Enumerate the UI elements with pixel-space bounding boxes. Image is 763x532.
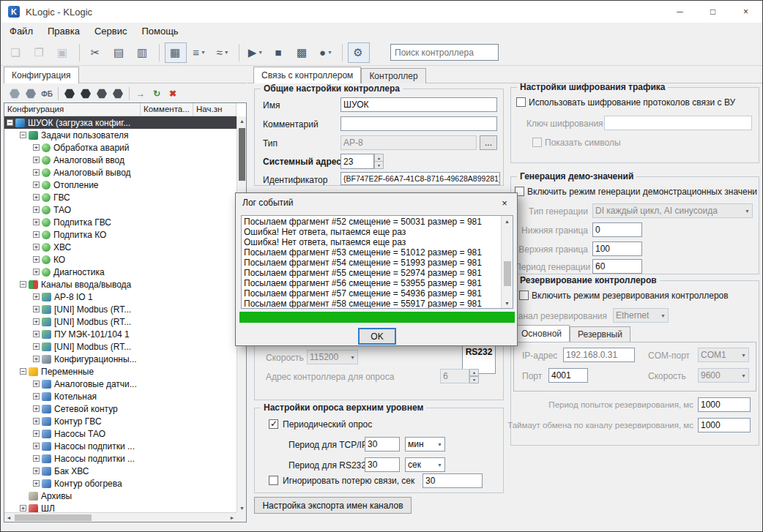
tree-expander[interactable]: − — [20, 281, 26, 288]
tree-expander[interactable]: + — [33, 219, 40, 225]
tree-expander[interactable]: − — [7, 119, 13, 126]
close-button[interactable]: × — [729, 1, 762, 23]
tree-expander[interactable]: + — [33, 306, 40, 312]
tree-column-header[interactable]: Коммента... — [141, 103, 193, 116]
tree-expander[interactable]: + — [33, 157, 40, 163]
tree-expander[interactable]: + — [33, 194, 40, 201]
retry-period-input[interactable]: 1000 — [698, 397, 751, 412]
settings-gear-button[interactable]: ⚙ — [348, 42, 370, 63]
tree-expander[interactable]: + — [33, 169, 40, 176]
run-button[interactable]: ▶ ▼ — [245, 42, 267, 63]
toolbar-separator[interactable] — [58, 87, 59, 100]
tree-item[interactable]: + Контур ГВС — [4, 415, 237, 427]
toolbar-separator[interactable] — [129, 87, 130, 100]
tree-expander[interactable]: + — [33, 144, 40, 151]
tree-column-header[interactable]: Конфигурация — [4, 103, 141, 116]
function-blocks-icon[interactable]: ФБ — [42, 89, 52, 99]
menu-item[interactable]: Правка — [40, 23, 87, 40]
tree-expander[interactable]: − — [20, 132, 26, 138]
ignore-loss-input[interactable]: 30 — [423, 473, 483, 488]
paste-button[interactable]: ▥ — [132, 42, 154, 63]
tree-item[interactable]: + [UNI] Modbus (RT... — [4, 303, 237, 315]
spin-up-button[interactable]: ▲ — [469, 369, 479, 376]
scroll-down-icon[interactable]: ▼ — [237, 503, 247, 512]
tree-item[interactable]: + ГВС — [4, 191, 237, 203]
hexagon-icon[interactable] — [10, 89, 20, 99]
refresh-icon[interactable]: ↻ — [152, 89, 162, 99]
tree-item[interactable]: + [UNI] Modbus (RT... — [4, 315, 237, 328]
stop-button[interactable]: ■ — [268, 42, 290, 63]
delete-icon[interactable]: ✖ — [168, 89, 178, 99]
use-encryption-checkbox[interactable] — [516, 97, 526, 107]
tree-item[interactable]: + Насосы ТАО — [4, 427, 237, 440]
tree-item[interactable]: + Аналоговый ввод — [4, 154, 237, 166]
tree-column-header[interactable]: Нач.зн — [193, 103, 237, 116]
tree-item[interactable]: − Каналы ввода/вывода — [4, 278, 237, 291]
periodic-poll-checkbox[interactable] — [269, 419, 278, 429]
tree-expander[interactable]: + — [33, 256, 40, 263]
tree-expander[interactable]: + — [33, 244, 40, 250]
rs232-period-unit-combo[interactable]: сек▼ — [405, 457, 445, 472]
comment-input[interactable] — [340, 116, 497, 131]
tree-item[interactable]: + Котельная — [4, 390, 237, 402]
tree-item[interactable]: + Конфигурационны... — [4, 353, 237, 365]
toolbar-separator[interactable] — [159, 44, 160, 61]
shield-icon[interactable] — [97, 89, 107, 99]
ip-address-input[interactable]: 192.168.0.31 — [563, 348, 635, 362]
save-button[interactable]: ▣ — [52, 42, 74, 63]
configuration-tree[interactable]: − ШУОК (загрузка конфиг... − Задачи поль… — [4, 116, 237, 512]
tab-configuration[interactable]: Конфигурация — [4, 67, 79, 83]
tree-item[interactable]: + Отопление — [4, 179, 237, 191]
tree-item[interactable]: + Насосы подпитки ... — [4, 452, 237, 465]
list-button[interactable]: ≡ ▼ — [188, 42, 210, 63]
rs232-period-input[interactable]: 30 — [365, 457, 400, 472]
tree-expander[interactable]: + — [33, 231, 40, 238]
tree-expander[interactable]: + — [33, 418, 40, 424]
tree-expander[interactable]: + — [33, 455, 40, 462]
toolbar-separator[interactable] — [342, 44, 343, 61]
hexagon-dark2-icon[interactable] — [81, 89, 91, 99]
tree-item[interactable]: + ХВС — [4, 241, 237, 253]
hexagons-icon[interactable] — [26, 89, 36, 99]
tree-item[interactable]: + Аналоговый вывод — [4, 166, 237, 179]
minimize-button[interactable]: ─ — [663, 1, 696, 23]
tree-expander[interactable]: + — [33, 206, 40, 213]
tree-expander[interactable]: + — [33, 269, 40, 275]
new-button[interactable]: ❏ — [5, 42, 27, 63]
tree-item[interactable]: + Аналоговые датчи... — [4, 378, 237, 390]
tree-item[interactable]: + Подпитка КО — [4, 228, 237, 241]
hexagon-dark-icon[interactable] — [64, 89, 75, 99]
menu-item[interactable]: Сервис — [87, 23, 135, 40]
controller-button[interactable]: ▦ — [165, 42, 187, 63]
module-icon[interactable] — [113, 89, 123, 99]
signals-button[interactable]: ≈ ▼ — [212, 42, 234, 63]
cut-button[interactable]: ✂ — [85, 42, 107, 63]
scroll-up-icon[interactable]: ▲ — [237, 116, 247, 125]
tree-item[interactable]: − Задачи пользователя — [4, 129, 237, 141]
tree-item[interactable]: + [UNI] Modbus (RT... — [4, 340, 237, 353]
tree-item[interactable]: + Бак ХВС — [4, 465, 237, 477]
scrollbar-thumb[interactable] — [239, 128, 245, 181]
maximize-button[interactable]: □ — [696, 1, 729, 23]
spin-down-button[interactable]: ▼ — [469, 376, 479, 383]
tree-item[interactable]: + КО — [4, 253, 237, 266]
tree-item[interactable]: + ТАО — [4, 203, 237, 216]
tree-expander[interactable]: + — [33, 356, 40, 362]
type-browse-button[interactable]: ... — [480, 135, 497, 150]
tree-item[interactable]: + ПУ МЭК-101/104 1 — [4, 328, 237, 340]
tree-item[interactable]: + Контур обогрева — [4, 477, 237, 490]
high-bound-input[interactable]: 100 — [592, 241, 642, 256]
tree-item[interactable]: + Сетевой контур — [4, 402, 237, 415]
tree-expander[interactable]: + — [33, 480, 40, 487]
event-log-list[interactable]: Посылаем фрагмент #52 смещение = 50031 р… — [241, 215, 513, 309]
scrollbar-thumb[interactable] — [15, 514, 92, 521]
log-scrollbar[interactable]: ▲ ▼ — [501, 216, 513, 308]
timeout-input[interactable]: 1000 — [698, 418, 751, 432]
tree-expander[interactable]: + — [33, 381, 40, 387]
main-tab[interactable]: Связь с контроллером — [253, 67, 361, 83]
tree-expander[interactable]: + — [33, 393, 40, 400]
scrollbar-thumb[interactable] — [504, 261, 511, 286]
menu-item[interactable]: Файл — [2, 23, 40, 40]
name-input[interactable]: ШУОК — [340, 97, 497, 112]
redundancy-tab[interactable]: Основной — [513, 325, 570, 342]
